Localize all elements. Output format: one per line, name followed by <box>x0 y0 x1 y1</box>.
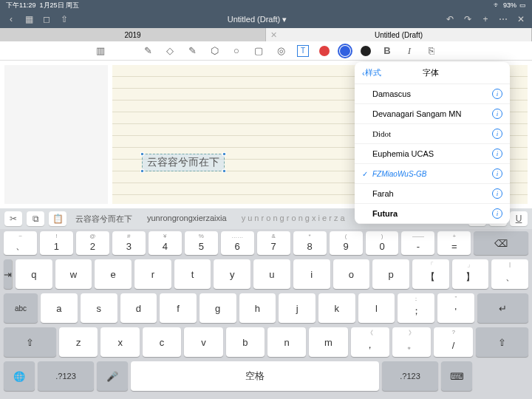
pen-icon[interactable]: ✎ <box>142 45 154 57</box>
add-icon[interactable]: + <box>480 14 491 24</box>
text-box[interactable]: 云容容兮而在下 <box>142 154 225 171</box>
key[interactable]: t <box>174 259 211 289</box>
image-icon[interactable]: ▢ <box>253 45 265 57</box>
key[interactable]: @2 <box>76 231 109 255</box>
key[interactable]: 》。 <box>392 327 431 357</box>
redo-icon[interactable]: ↷ <box>463 14 473 24</box>
info-icon[interactable]: i <box>492 149 502 159</box>
info-icon[interactable]: i <box>492 109 502 119</box>
key[interactable]: w <box>55 259 92 289</box>
tab-untitled[interactable]: ✕Untitled (Draft) <box>266 28 532 41</box>
key[interactable]: 」】 <box>452 259 489 289</box>
thumbnail-icon[interactable]: ▥ <box>95 45 106 57</box>
key[interactable]: abc <box>4 293 38 323</box>
key[interactable]: ——- <box>401 231 434 255</box>
bold-button[interactable]: B <box>381 45 393 57</box>
italic-button[interactable]: I <box>403 45 415 57</box>
key[interactable]: ⇥ <box>4 259 13 289</box>
font-row[interactable]: Damascusi <box>355 84 510 104</box>
font-row[interactable]: Farahi <box>355 184 510 204</box>
key[interactable]: ：； <box>398 293 434 323</box>
bookmark-icon[interactable]: ◻ <box>41 14 52 24</box>
info-icon[interactable]: i <box>492 208 502 219</box>
key[interactable]: e <box>95 259 132 289</box>
share-icon[interactable]: ⇧ <box>59 14 69 24</box>
info-icon[interactable]: i <box>492 129 502 139</box>
key[interactable]: %5 <box>185 231 218 255</box>
key[interactable]: ?/ <box>434 327 472 357</box>
key[interactable]: h <box>239 293 276 323</box>
key[interactable]: *8 <box>293 231 327 255</box>
shape-icon[interactable]: ⬡ <box>208 45 220 57</box>
style-icon[interactable]: ⎘ <box>426 45 437 57</box>
key[interactable]: ⇧ <box>476 327 528 357</box>
key[interactable]: (9 <box>330 231 363 255</box>
key[interactable]: x <box>100 327 139 357</box>
key[interactable]: &7 <box>257 231 290 255</box>
num-key-r[interactable]: .?123 <box>382 361 438 391</box>
key[interactable]: 《， <box>351 327 389 357</box>
highlighter-icon[interactable]: ✎ <box>186 45 198 57</box>
key[interactable]: r <box>134 259 171 289</box>
key[interactable]: c <box>143 327 181 357</box>
key[interactable]: j <box>279 293 316 323</box>
copy-icon[interactable]: ⧉ <box>27 211 44 226</box>
close-icon[interactable]: ✕ <box>516 14 526 24</box>
page-thumbnail[interactable] <box>4 65 108 204</box>
info-icon[interactable]: i <box>492 89 502 99</box>
key[interactable]: y <box>214 259 250 289</box>
key[interactable]: ⇧ <box>4 327 56 357</box>
key[interactable]: f <box>160 293 197 323</box>
key[interactable]: i <box>293 259 330 289</box>
key[interactable]: m <box>309 327 347 357</box>
key[interactable]: n <box>267 327 306 357</box>
key[interactable]: b <box>226 327 265 357</box>
globe-key[interactable]: 🌐 <box>4 361 35 391</box>
key[interactable]: z <box>59 327 98 357</box>
font-row[interactable]: Didoti <box>355 124 510 144</box>
key[interactable]: ↵ <box>477 293 528 323</box>
key[interactable]: d <box>120 293 157 323</box>
color-blue[interactable] <box>340 46 350 56</box>
key[interactable]: )0 <box>366 231 399 255</box>
key[interactable]: u <box>253 259 290 289</box>
key[interactable]: g <box>200 293 236 323</box>
undo-icon[interactable]: ↶ <box>445 14 455 24</box>
key[interactable]: += <box>437 231 471 255</box>
key[interactable]: 「【 <box>412 259 449 289</box>
cut-icon[interactable]: ✂ <box>4 211 22 226</box>
hide-keyboard-key[interactable]: ⌨ <box>441 361 472 391</box>
lasso-icon[interactable]: ○ <box>231 45 242 57</box>
font-row[interactable]: Futurai <box>355 204 510 224</box>
key[interactable]: o <box>333 259 370 289</box>
key[interactable]: ⌫ <box>474 231 528 255</box>
eraser-icon[interactable]: ◇ <box>164 45 176 57</box>
key[interactable]: ~、 <box>4 231 37 255</box>
mic-key[interactable]: 🎤 <box>97 361 128 391</box>
key[interactable]: "' <box>437 293 474 323</box>
key[interactable]: v <box>184 327 222 357</box>
tab-2019[interactable]: 2019 <box>0 28 266 41</box>
info-icon[interactable]: i <box>492 188 502 199</box>
color-red[interactable] <box>319 46 330 56</box>
key[interactable]: ……6 <box>221 231 254 255</box>
grid-icon[interactable]: ▦ <box>24 14 34 24</box>
space-key[interactable]: 空格 <box>131 361 379 391</box>
key[interactable]: |、 <box>491 259 528 289</box>
key[interactable]: ¥4 <box>149 231 182 255</box>
kb-underline[interactable]: U <box>510 211 528 226</box>
key[interactable]: s <box>81 293 117 323</box>
key[interactable]: a <box>41 293 78 323</box>
close-tab-icon[interactable]: ✕ <box>270 30 277 40</box>
info-icon[interactable]: i <box>492 168 502 179</box>
text-icon[interactable]: T <box>297 45 309 57</box>
key[interactable]: k <box>318 293 355 323</box>
num-key[interactable]: .?123 <box>38 361 94 391</box>
font-row[interactable]: ✓FZMiaoWuS-GBi <box>355 164 510 184</box>
key[interactable]: #3 <box>112 231 146 255</box>
more-icon[interactable]: ⋯ <box>498 14 508 24</box>
key[interactable]: l <box>358 293 395 323</box>
key[interactable]: q <box>16 259 52 289</box>
font-row[interactable]: Euphemia UCASi <box>355 144 510 164</box>
font-row[interactable]: Devanagari Sangam MNi <box>355 104 510 124</box>
